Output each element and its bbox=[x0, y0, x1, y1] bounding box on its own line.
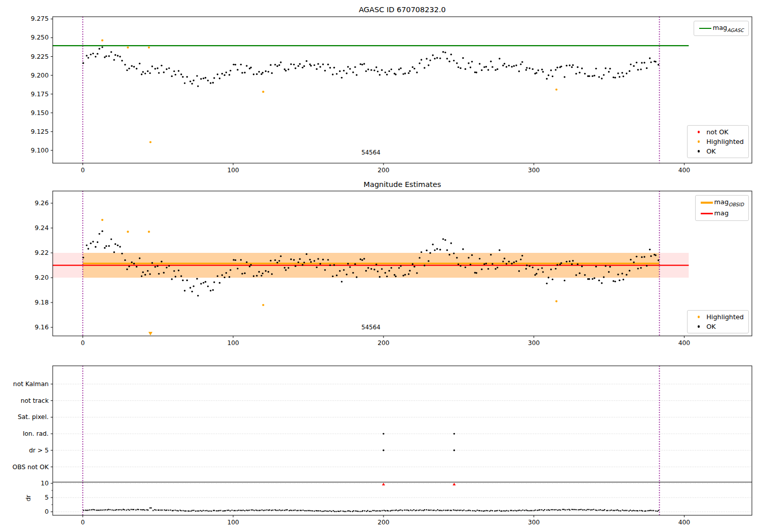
plot-top-title: AGASC ID 670708232.0 bbox=[53, 6, 752, 14]
svg-text:300: 300 bbox=[528, 339, 540, 347]
plot-bottom-flag-events bbox=[383, 433, 455, 451]
svg-text:200: 200 bbox=[377, 167, 389, 174]
plot-top-axes: 01002003004009.2759.2509.2259.2009.1759.… bbox=[31, 15, 752, 174]
legend-mag-obsid-label: mag bbox=[714, 198, 729, 206]
plot-bottom-flags bbox=[53, 366, 752, 515]
ok-dot-icon bbox=[698, 150, 700, 153]
svg-text:5: 5 bbox=[45, 494, 49, 501]
svg-text:9.250: 9.250 bbox=[31, 34, 49, 41]
legend-mag-agasc-label: mag bbox=[713, 24, 727, 31]
legend-mag-agasc-sub: AGASC bbox=[727, 27, 744, 33]
svg-text:0: 0 bbox=[81, 167, 85, 174]
svg-text:9.275: 9.275 bbox=[31, 15, 49, 22]
svg-text:10: 10 bbox=[41, 480, 49, 487]
plot-bottom-dr-scatter bbox=[83, 507, 659, 512]
mag-agasc-line-icon bbox=[699, 28, 711, 29]
plot-bottom-axes: 0100200300400not Kalmannot trackSat. pix… bbox=[13, 366, 752, 526]
legend-ok-label: OK bbox=[706, 147, 715, 155]
legend-row-ok-mid: OK bbox=[691, 323, 744, 330]
svg-text:9.150: 9.150 bbox=[31, 109, 49, 117]
svg-text:200: 200 bbox=[377, 339, 389, 347]
svg-text:OBS not OK: OBS not OK bbox=[13, 464, 49, 471]
legend-highlighted-mid-label: Highlighted bbox=[706, 313, 744, 321]
svg-text:Sat. pixel.: Sat. pixel. bbox=[18, 413, 49, 421]
plot-top-magnitudes bbox=[53, 17, 689, 163]
obsid-annotation-middle: 54564 bbox=[361, 324, 381, 331]
svg-text:not Kalman: not Kalman bbox=[13, 381, 49, 388]
plot-top-highlighted-scatter bbox=[101, 40, 557, 143]
svg-text:300: 300 bbox=[528, 519, 540, 526]
dr-axis-label: dr bbox=[25, 495, 32, 502]
legend-row-highlighted-mid: Highlighted bbox=[691, 313, 744, 321]
svg-text:9.100: 9.100 bbox=[31, 147, 49, 154]
svg-text:9.20: 9.20 bbox=[35, 274, 49, 281]
legend-ok-mid-label: OK bbox=[706, 323, 715, 330]
svg-text:200: 200 bbox=[377, 519, 389, 526]
plot-top-ok-scatter bbox=[83, 46, 660, 87]
mag-obsid-line-icon bbox=[701, 202, 713, 204]
legend-top-points: not OK Highlighted OK bbox=[687, 125, 749, 158]
svg-text:0: 0 bbox=[81, 339, 85, 347]
svg-text:9.26: 9.26 bbox=[35, 200, 49, 207]
svg-text:100: 100 bbox=[227, 167, 239, 174]
legend-mag-agasc: magAGASC bbox=[694, 21, 749, 36]
plot-middle-magnitude-estimates bbox=[53, 191, 689, 336]
svg-text:9.125: 9.125 bbox=[31, 128, 49, 135]
chart-canvas: 01002003004009.2759.2509.2259.2009.1759.… bbox=[0, 0, 760, 532]
svg-text:0: 0 bbox=[45, 508, 49, 515]
not-ok-dot-icon bbox=[698, 131, 700, 133]
legend-row-mag-obsid: magOBSID bbox=[699, 198, 744, 207]
highlighted-dot-icon bbox=[698, 316, 700, 318]
svg-text:9.22: 9.22 bbox=[35, 249, 49, 256]
legend-row-mag-agasc: magAGASC bbox=[698, 24, 744, 33]
svg-text:9.225: 9.225 bbox=[31, 53, 49, 60]
svg-text:dr > 5: dr > 5 bbox=[29, 447, 49, 454]
svg-text:0: 0 bbox=[81, 519, 85, 526]
legend-middle-points: Highlighted OK bbox=[687, 310, 749, 333]
svg-text:not track: not track bbox=[21, 397, 49, 404]
svg-text:400: 400 bbox=[678, 167, 690, 174]
ok-dot-icon bbox=[698, 325, 700, 328]
svg-text:Ion. rad.: Ion. rad. bbox=[23, 430, 49, 437]
svg-text:100: 100 bbox=[227, 519, 239, 526]
legend-highlighted-label: Highlighted bbox=[706, 138, 744, 145]
svg-text:9.24: 9.24 bbox=[35, 224, 49, 232]
svg-text:9.175: 9.175 bbox=[31, 91, 49, 98]
legend-mag-lines: magOBSID mag bbox=[695, 195, 749, 221]
svg-text:300: 300 bbox=[528, 167, 540, 174]
mag-line-icon bbox=[701, 213, 713, 214]
svg-text:9.200: 9.200 bbox=[31, 72, 49, 79]
svg-text:9.16: 9.16 bbox=[35, 324, 49, 331]
legend-row-not-ok: not OK bbox=[691, 128, 744, 136]
svg-text:100: 100 bbox=[227, 339, 239, 347]
legend-mag-label: mag bbox=[714, 209, 729, 217]
highlighted-dot-icon bbox=[698, 140, 700, 143]
obsid-annotation-top: 54564 bbox=[361, 149, 381, 156]
svg-text:400: 400 bbox=[678, 339, 690, 347]
legend-row-mag: mag bbox=[699, 209, 744, 218]
svg-text:9.18: 9.18 bbox=[35, 299, 49, 306]
svg-text:400: 400 bbox=[678, 519, 690, 526]
legend-mag-obsid-sub: OBSID bbox=[729, 202, 744, 207]
figure: 01002003004009.2759.2509.2259.2009.1759.… bbox=[0, 0, 760, 532]
legend-not-ok-label: not OK bbox=[706, 128, 729, 136]
plot-middle-title: Magnitude Estimates bbox=[53, 180, 752, 188]
legend-row-ok: OK bbox=[691, 147, 744, 155]
legend-row-highlighted: Highlighted bbox=[691, 138, 744, 145]
plot-bottom-dr-not-ok bbox=[382, 483, 455, 485]
